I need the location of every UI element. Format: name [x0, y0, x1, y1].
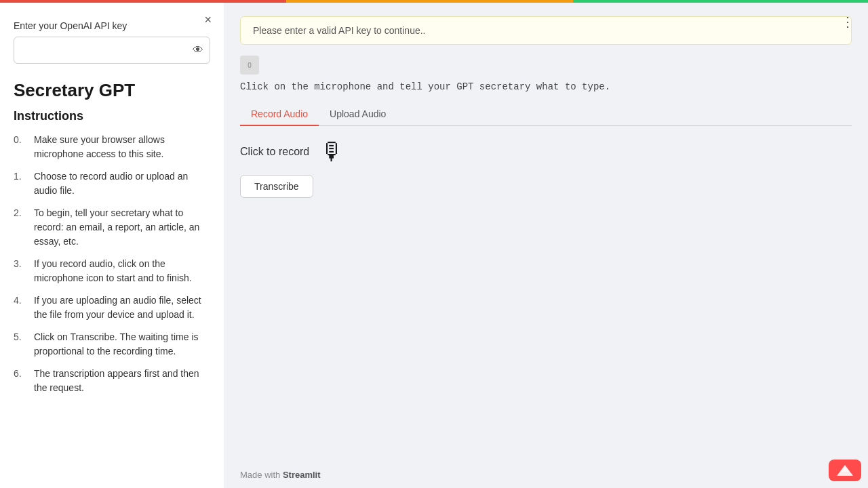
avatar-row: 0 — [240, 56, 852, 75]
streamlit-badge-icon — [835, 464, 854, 477]
instruction-item-2: 2.To begin, tell your secretary what to … — [14, 206, 210, 249]
instruction-item-1: 1.Choose to record audio or upload an au… — [14, 169, 210, 198]
sidebar-title: Secretary GPT — [14, 80, 210, 101]
tab-upload-audio[interactable]: Upload Audio — [319, 103, 397, 126]
alert-banner: Please enter a valid API key to continue… — [240, 16, 852, 45]
footer: Made with Streamlit — [240, 470, 321, 480]
api-key-label: Enter your OpenAI API key — [14, 20, 210, 31]
api-input-wrapper: 👁 — [14, 37, 210, 64]
instruction-item-6: 6.The transcription appears first and th… — [14, 367, 210, 395]
show-password-icon[interactable]: 👁 — [193, 44, 203, 56]
record-label: Click to record — [240, 146, 309, 158]
footer-brand: Streamlit — [283, 470, 321, 480]
record-row: Click to record 🎙 — [240, 140, 344, 164]
footer-text: Made with — [240, 470, 283, 480]
instructions-title: Instructions — [14, 109, 210, 123]
microphone-icon[interactable]: 🎙 — [320, 140, 344, 164]
top-color-bar — [0, 0, 868, 3]
avatar: 0 — [240, 56, 259, 75]
streamlit-badge[interactable] — [829, 460, 861, 481]
record-section: Click to record 🎙 Transcribe — [240, 140, 852, 198]
api-key-input[interactable] — [14, 37, 210, 64]
close-button[interactable]: × — [203, 12, 213, 27]
sidebar: × Enter your OpenAI API key 👁 Secretary … — [0, 0, 224, 488]
instruction-item-5: 5.Click on Transcribe. The waiting time … — [14, 330, 210, 359]
instruction-item-0: 0.Make sure your browser allows micropho… — [14, 133, 210, 161]
kebab-icon: ⋮ — [841, 14, 854, 29]
kebab-menu-button[interactable]: ⋮ — [838, 11, 857, 33]
instruction-item-3: 3.If you record audio, click on the micr… — [14, 257, 210, 285]
tabs-row: Record AudioUpload Audio — [240, 103, 852, 126]
subtitle-text: Click on the microphone and tell your GP… — [240, 81, 852, 92]
transcribe-button[interactable]: Transcribe — [240, 175, 313, 198]
main-content: ⋮ Please enter a valid API key to contin… — [224, 0, 868, 488]
tab-record-audio[interactable]: Record Audio — [240, 103, 319, 126]
instructions-list: 0.Make sure your browser allows micropho… — [14, 133, 210, 403]
instruction-item-4: 4.If you are uploading an audio file, se… — [14, 293, 210, 322]
